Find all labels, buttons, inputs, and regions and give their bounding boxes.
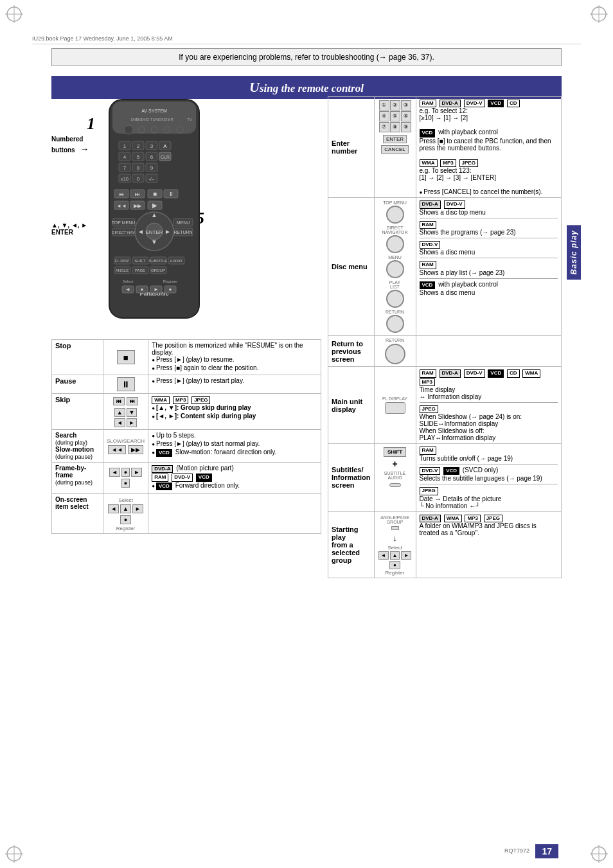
remote-drawing: AV SYSTEM DVD TV/DVD TUNER/DMR TV 1 2	[90, 96, 218, 328]
group-register-icon: ●	[389, 561, 400, 569]
badge-jpeg-en: JPEG	[459, 159, 478, 167]
onscreen-right-icon: ►	[132, 504, 143, 513]
svg-point-19	[138, 127, 145, 133]
numpad-4: ④	[379, 111, 389, 121]
title-u: U	[249, 79, 260, 95]
disc-menu-desc: DVD-A DVD-V Shows a disc top menu RAM Sh…	[416, 198, 562, 336]
svg-text:2: 2	[137, 143, 140, 149]
group-left-icon: ◄	[378, 551, 389, 560]
badge-cd-md: CD	[507, 369, 520, 377]
frame-dot2-icon: ●	[121, 479, 130, 488]
badge-dvda-md: DVD-A	[440, 369, 461, 377]
subtitles-label: Subtitles/Informationscreen	[328, 444, 375, 511]
page-number: 17	[535, 844, 558, 858]
cancel-note: Press [CANCEL] to cancel the number(s).	[420, 188, 543, 195]
svg-text:3: 3	[150, 143, 154, 149]
svg-text:AUDIO: AUDIO	[170, 259, 182, 263]
fl-display-btn[interactable]	[385, 402, 405, 414]
rewind-icon: ◄◄	[108, 445, 126, 454]
subtitle-audio-btn[interactable]	[389, 483, 401, 487]
svg-text:●: ●	[169, 287, 172, 292]
frame-desc: DVD-A (Motion picture part) RAM DVD-V VC…	[148, 463, 321, 494]
badge-ram-dm2: RAM	[420, 261, 436, 269]
frame-label: Frame-by-frame(during pause)	[52, 463, 103, 494]
badge-wma-gp: WMA	[444, 515, 462, 522]
reg-mark-tr	[590, 5, 608, 23]
badge-mp3-skip: MP3	[173, 396, 188, 404]
badge-wma-en: WMA	[420, 159, 438, 167]
search-label: Search(during play) Slow-motion(during p…	[52, 430, 103, 463]
numpad-9: ⑨	[401, 122, 411, 132]
svg-text:A: A	[163, 143, 167, 149]
svg-text:SHIFT: SHIFT	[134, 259, 146, 263]
skip-up-icon: ▲	[114, 408, 125, 417]
svg-text:⏸: ⏸	[168, 191, 174, 197]
pause-label: Pause	[52, 375, 103, 394]
svg-text:●: ●	[141, 287, 144, 292]
svg-text:►: ►	[164, 228, 171, 235]
group-play-row: Starting playfrom aselectedgroup ANGLE/P…	[328, 511, 562, 578]
frame-dot1-icon: ●	[121, 468, 130, 477]
numpad-3: ③	[401, 100, 411, 111]
content-area: 1 2 6 5 Numbered buttons → ▲, ▼, ◄, ► EN…	[51, 96, 562, 836]
press-label: Press	[420, 137, 436, 145]
title-rest: sing the remote control	[260, 82, 364, 94]
group-play-icon-cell: ANGLE/PAGEGROUP ↓ Select ◄ ▲ ► ● Registe…	[374, 511, 416, 578]
subtitles-icon-cell: SHIFT + SUBTITLEAUDIO	[374, 444, 416, 511]
register-label-right: Register	[378, 570, 413, 576]
numpad-1: ①	[379, 100, 389, 111]
group-select-icon: ▲	[390, 551, 400, 560]
badge-vcd-en: VCD	[488, 100, 504, 107]
badge-vcd-frame2: VCD	[156, 483, 172, 490]
left-column: 1 2 6 5 Numbered buttons → ▲, ▼, ◄, ► EN…	[51, 96, 321, 836]
left-sections-table: Stop ■ The position is memorized while "…	[51, 339, 321, 534]
main-display-icon-cell: FL DISPLAY	[374, 367, 416, 444]
skip-desc: WMA MP3 JPEG [▲, ▼]: Group skip during p…	[148, 394, 321, 430]
badge-wma-skip: WMA	[152, 396, 170, 404]
top-menu-btn[interactable]	[386, 206, 404, 224]
badge-dvda-gp: DVD-A	[420, 515, 441, 522]
svg-text:6: 6	[150, 154, 154, 160]
ffwd-icon: ▶▶	[128, 445, 143, 454]
svg-text:1: 1	[123, 143, 127, 149]
svg-text:◄: ◄	[125, 287, 130, 292]
svg-text:4: 4	[123, 154, 127, 160]
group-play-desc: DVD-A WMA MP3 JPEG A folder on WMA/MP3 a…	[416, 511, 562, 578]
skip-left-icon: ◄	[114, 418, 125, 427]
badge-mp3-md: MP3	[420, 378, 435, 386]
group-right-icon: ►	[401, 551, 411, 560]
playlist-btn[interactable]	[386, 290, 404, 308]
return-screen-btn[interactable]	[385, 344, 405, 364]
skip-icon-cell: ⏮ ⏭ ▲ ▼ ◄ ►	[103, 394, 148, 430]
enter-number-icon-cell: ① ② ③ ④ ⑤ ⑥ ⑦ ⑧ ⑨ ENTER CANCEL	[374, 97, 416, 198]
stop-desc: The position is memorized while "RESUME"…	[148, 340, 321, 375]
return-btn-disc[interactable]	[386, 315, 404, 333]
svg-text:PAGE: PAGE	[135, 269, 145, 272]
select-label-left: Select	[107, 497, 145, 503]
svg-text:▶: ▶	[152, 202, 157, 209]
skip-label: Skip	[52, 394, 103, 430]
skip-row: Skip ⏮ ⏭ ▲ ▼ ◄ ► WMA	[52, 394, 321, 430]
menu-btn[interactable]	[386, 260, 404, 278]
pause-desc: Press [►] (play) to restart play.	[148, 375, 321, 394]
badge-ram-frame: RAM	[152, 474, 168, 481]
enter-label: ▲, ▼, ◄, ► ENTER	[51, 222, 87, 236]
group-btn[interactable]	[391, 526, 399, 530]
badge-dvdv-dm2: DVD-V	[420, 241, 441, 249]
badge-ram-md: RAM	[420, 369, 436, 377]
enter-btn: ENTER	[383, 135, 407, 143]
svg-text:SUBTITLE: SUBTITLE	[149, 259, 168, 263]
frame-icon-cell: ◄ ● ► ●	[103, 463, 148, 494]
stop-icon: ■	[117, 350, 135, 364]
badge-dvdv-en: DVD-V	[464, 100, 485, 107]
register-label-left: Register	[107, 526, 145, 531]
direct-nav-btn[interactable]	[386, 235, 404, 253]
frame-left-icon: ◄	[109, 468, 120, 477]
svg-text:MENU: MENU	[177, 220, 190, 225]
svg-text:▲: ▲	[151, 211, 157, 218]
shift-btn[interactable]: SHIFT	[384, 447, 406, 457]
onscreen-register-icon: ●	[120, 515, 131, 524]
badge-dvda-dm: DVD-A	[420, 200, 441, 208]
badge-mp3-gp: MP3	[465, 515, 480, 522]
remote-schematic-area: 1 2 6 5 Numbered buttons → ▲, ▼, ◄, ► EN…	[51, 96, 321, 334]
